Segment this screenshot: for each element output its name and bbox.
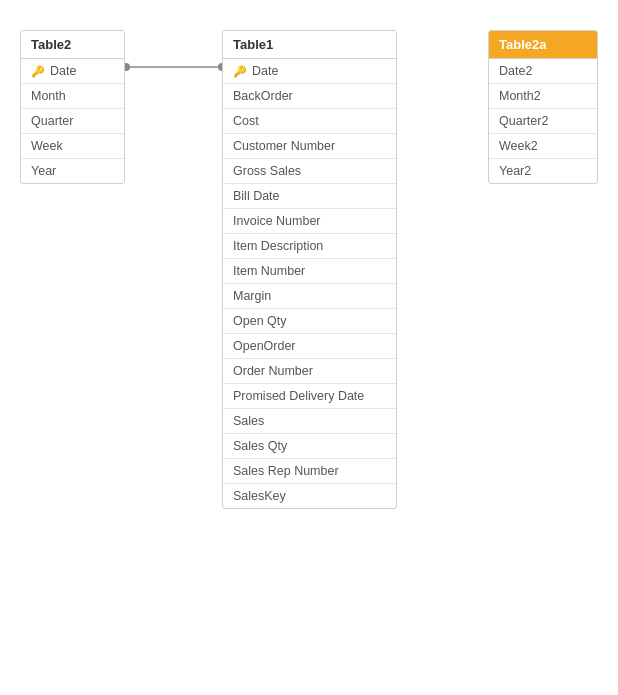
table1-row-invoice-number[interactable]: Invoice Number (223, 209, 396, 234)
table1-row-date[interactable]: 🔑 Date (223, 59, 396, 84)
table1-row-cost[interactable]: Cost (223, 109, 396, 134)
table1-row-customer-number[interactable]: Customer Number (223, 134, 396, 159)
table1-date-key-icon: 🔑 (233, 65, 247, 78)
table2a-row-month2[interactable]: Month2 (489, 84, 597, 109)
table2-row-year[interactable]: Year (21, 159, 124, 183)
table1-row-item-description[interactable]: Item Description (223, 234, 396, 259)
table1-row-bill-date[interactable]: Bill Date (223, 184, 396, 209)
table2-header: Table2 (21, 31, 124, 59)
table1-row-saleskey[interactable]: SalesKey (223, 484, 396, 508)
table1-header: Table1 (223, 31, 396, 59)
table2-row-date[interactable]: 🔑 Date (21, 59, 124, 84)
table2a-row-year2[interactable]: Year2 (489, 159, 597, 183)
table2-row-month[interactable]: Month (21, 84, 124, 109)
table1: Table1 🔑 Date BackOrder Cost Customer Nu… (222, 30, 397, 509)
table1-row-open-qty[interactable]: Open Qty (223, 309, 396, 334)
table1-row-openorder[interactable]: OpenOrder (223, 334, 396, 359)
table2-row-week[interactable]: Week (21, 134, 124, 159)
table1-row-promised-delivery-date[interactable]: Promised Delivery Date (223, 384, 396, 409)
table2a-header: Table2a (489, 31, 597, 59)
table1-row-backorder[interactable]: BackOrder (223, 84, 396, 109)
table1-row-sales[interactable]: Sales (223, 409, 396, 434)
table2a-row-week2[interactable]: Week2 (489, 134, 597, 159)
table2a-row-quarter2[interactable]: Quarter2 (489, 109, 597, 134)
table1-row-sales-rep-number[interactable]: Sales Rep Number (223, 459, 396, 484)
table1-row-margin[interactable]: Margin (223, 284, 396, 309)
table2-row-quarter[interactable]: Quarter (21, 109, 124, 134)
table1-row-order-number[interactable]: Order Number (223, 359, 396, 384)
table1-row-sales-qty[interactable]: Sales Qty (223, 434, 396, 459)
table2: Table2 🔑 Date Month Quarter Week Year (20, 30, 125, 184)
table2a-row-date2[interactable]: Date2 (489, 59, 597, 84)
date-key-icon: 🔑 (31, 65, 45, 78)
table1-row-item-number[interactable]: Item Number (223, 259, 396, 284)
table2a: Table2a Date2 Month2 Quarter2 Week2 Year… (488, 30, 598, 184)
diagram-canvas: Table2 🔑 Date Month Quarter Week Year Ta… (0, 0, 618, 695)
table1-row-gross-sales[interactable]: Gross Sales (223, 159, 396, 184)
